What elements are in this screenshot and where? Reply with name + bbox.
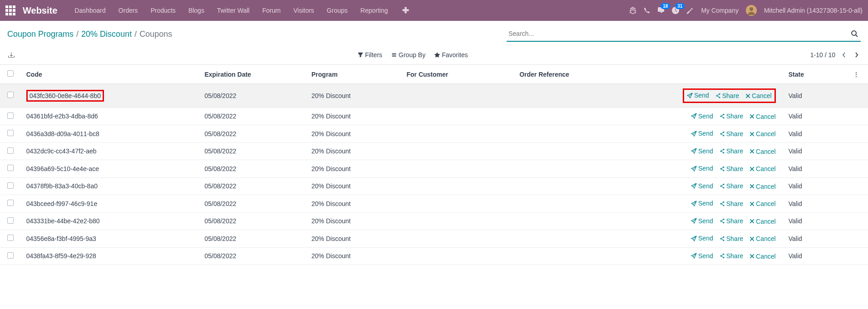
select-all-checkbox[interactable] [7,70,14,77]
send-button[interactable]: Send [687,92,709,99]
cancel-button[interactable]: Cancel [750,130,776,137]
send-button[interactable]: Send [691,235,713,242]
row-checkbox[interactable] [7,252,14,259]
cancel-button[interactable]: Cancel [750,183,776,190]
program-name: 20% Discount [308,212,403,230]
order-ref [516,108,646,125]
filters-button[interactable]: Filters [358,51,382,59]
share-button[interactable]: Share [720,130,743,137]
share-button[interactable]: Share [720,182,743,190]
user-menu[interactable]: Mitchell Admin (14327308-15-0-all) [764,7,863,14]
search-icon[interactable] [848,30,861,37]
user-avatar[interactable] [746,5,757,16]
row-checkbox[interactable] [7,92,14,98]
order-ref [516,142,646,160]
column-state[interactable]: State [785,65,844,84]
send-button[interactable]: Send [691,130,713,137]
apps-menu-icon[interactable] [5,5,15,15]
column-code[interactable]: Code [23,65,201,84]
table-row[interactable]: 043fc360-0e8e-4644-8b005/08/202220% Disc… [0,84,868,108]
nav-groups[interactable]: Groups [321,1,354,20]
breadcrumb-link-programs[interactable]: Coupon Programs [7,29,74,39]
share-button[interactable]: Share [720,252,743,260]
share-button[interactable]: Share [720,235,743,242]
row-checkbox[interactable] [7,235,14,241]
table-row[interactable]: 04356e8a-f3bf-4995-9a305/08/202220% Disc… [0,230,868,248]
send-button[interactable]: Send [691,147,713,155]
table-row[interactable]: 04361bfd-e2b3-4dba-8d605/08/202220% Disc… [0,108,868,125]
pager-text[interactable]: 1-10 / 10 [810,51,835,59]
table-row[interactable]: 0436a3d8-d09a-4011-bc805/08/202220% Disc… [0,125,868,143]
table-row[interactable]: 043331be-44be-42e2-b8005/08/202220% Disc… [0,212,868,230]
brand-name[interactable]: Website [23,5,57,16]
send-button[interactable]: Send [691,200,713,207]
nav-dashboard[interactable]: Dashboard [68,1,112,20]
pager-next-icon[interactable] [853,50,861,60]
state: Valid [785,212,844,230]
cancel-button[interactable]: Cancel [750,148,776,155]
share-button[interactable]: Share [715,92,739,99]
send-button[interactable]: Send [691,217,713,225]
coupon-code: 04378f9b-83a3-40cb-8a0 [26,182,98,190]
program-name: 20% Discount [308,84,403,108]
column-options-icon[interactable]: ⋮ [853,71,859,78]
row-checkbox[interactable] [7,165,14,171]
share-button[interactable]: Share [720,200,743,207]
nav-visitors[interactable]: Visitors [287,1,321,20]
table-row[interactable]: 043bceed-f997-46c9-91e05/08/202220% Disc… [0,195,868,213]
nav-twitter-wall[interactable]: Twitter Wall [211,1,256,20]
share-button[interactable]: Share [720,217,743,225]
add-menu-icon[interactable]: ✚ [396,5,415,15]
row-checkbox[interactable] [7,147,14,154]
cancel-button[interactable]: Cancel [750,165,776,172]
cancel-button[interactable]: Cancel [750,113,776,120]
groupby-button[interactable]: Group By [391,51,425,59]
table-row[interactable]: 04396a69-5c10-4e4e-ace05/08/202220% Disc… [0,160,868,178]
breadcrumb-link-discount[interactable]: 20% Discount [81,29,132,39]
debug-icon[interactable] [629,7,636,14]
cancel-button[interactable]: Cancel [750,253,776,260]
column-program[interactable]: Program [308,65,403,84]
send-button[interactable]: Send [691,113,713,120]
cancel-button[interactable]: Cancel [750,235,776,242]
svg-point-2 [852,31,856,35]
column-expiration[interactable]: Expiration Date [201,65,308,84]
search-input[interactable] [507,28,848,39]
cancel-button[interactable]: Cancel [750,200,776,207]
column-order[interactable]: Order Reference [516,65,646,84]
row-checkbox[interactable] [7,113,14,119]
row-checkbox[interactable] [7,130,14,136]
messaging-icon[interactable]: 18 [657,7,665,14]
nav-forum[interactable]: Forum [256,1,287,20]
favorites-button[interactable]: Favorites [434,51,468,59]
share-button[interactable]: Share [720,113,743,120]
row-checkbox[interactable] [7,182,14,189]
phone-icon[interactable] [644,7,650,14]
customer [403,125,516,143]
table-row[interactable]: 0432dc9c-cc43-47f2-aeb05/08/202220% Disc… [0,142,868,160]
row-checkbox[interactable] [7,200,14,206]
tools-icon[interactable] [686,7,694,14]
cancel-button[interactable]: Cancel [750,218,776,225]
nav-blogs[interactable]: Blogs [182,1,211,20]
send-button[interactable]: Send [691,182,713,190]
send-button[interactable]: Send [691,252,713,260]
export-icon[interactable] [7,51,15,59]
column-customer[interactable]: For Customer [403,65,516,84]
share-button[interactable]: Share [720,147,743,155]
nav-products[interactable]: Products [144,1,182,20]
cancel-button[interactable]: Cancel [745,92,772,99]
nav-reporting[interactable]: Reporting [354,1,395,20]
coupon-code: 0436a3d8-d09a-4011-bc8 [26,130,99,137]
table-row[interactable]: 04378f9b-83a3-40cb-8a005/08/202220% Disc… [0,177,868,195]
activity-icon[interactable]: 31 [672,7,679,14]
row-checkbox[interactable] [7,217,14,224]
share-button[interactable]: Share [720,165,743,172]
table-row[interactable]: 0438fa43-8f59-4e29-92805/08/202220% Disc… [0,247,868,265]
customer [403,142,516,160]
customer [403,160,516,178]
company-selector[interactable]: My Company [701,7,738,14]
pager-prev-icon[interactable] [840,50,848,60]
nav-orders[interactable]: Orders [112,1,144,20]
send-button[interactable]: Send [691,165,713,172]
